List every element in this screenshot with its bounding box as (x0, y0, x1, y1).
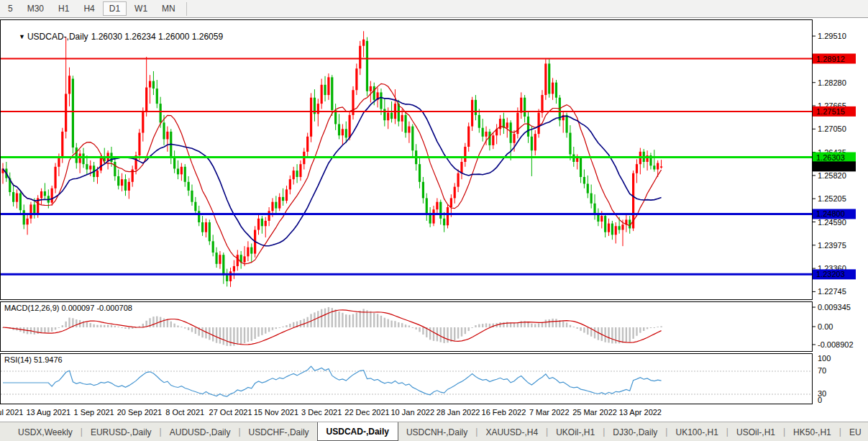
svg-text:1.23975: 1.23975 (818, 241, 846, 250)
rsi-canvas[interactable]: 10070300 (0, 353, 868, 404)
date-label: 16 Feb 2022 (482, 408, 526, 417)
svg-text:70: 70 (818, 366, 826, 375)
tab-usdx-weekly[interactable]: USDX,Weekly (10, 422, 81, 441)
svg-text:1.24800: 1.24800 (816, 209, 845, 218)
tab-xauusd-h4[interactable]: XAUUSD-,H4 (478, 422, 546, 441)
horizontal-levels[interactable] (1, 59, 812, 275)
svg-text:0.009345: 0.009345 (818, 303, 851, 312)
svg-text:1.28280: 1.28280 (818, 78, 846, 87)
tab-usoil-h1[interactable]: USOil-,H1 (728, 422, 783, 441)
tab-usdcnh-daily[interactable]: USDCNH-,Daily (398, 422, 475, 441)
svg-text:1.23203: 1.23203 (816, 270, 845, 278)
timeframe-button-h1[interactable]: H1 (52, 1, 76, 16)
tab-audusd-daily[interactable]: AUDUSD-,Daily (162, 422, 239, 441)
svg-text:-0.008902: -0.008902 (818, 340, 854, 349)
candles (1, 31, 662, 287)
rsi-line (3, 366, 662, 396)
macd-panel: 0.0093450.00-0.008902 MACD(12,26,9) 0.00… (0, 301, 868, 352)
timeframe-button-mn[interactable]: MN (155, 1, 182, 16)
tab-uk100-h1[interactable]: UK100-,H1 (667, 422, 726, 441)
date-label: 26 Jul 2021 (0, 408, 23, 417)
plot-border (1, 20, 813, 300)
svg-text:1.26059: 1.26059 (816, 162, 845, 171)
timeframe-button-m30[interactable]: M30 (21, 1, 50, 16)
svg-text:1.27050: 1.27050 (818, 124, 846, 133)
price-chart-panel: 1.295101.288951.282801.276651.270501.264… (0, 19, 868, 300)
svg-text:1.22745: 1.22745 (818, 287, 846, 296)
tab-eu[interactable]: EU (841, 422, 868, 441)
timeframe-button-w1[interactable]: W1 (128, 1, 154, 16)
svg-text:1.27515: 1.27515 (816, 107, 845, 116)
svg-text:1.29510: 1.29510 (818, 32, 846, 40)
date-axis[interactable]: 26 Jul 202113 Aug 20211 Sep 202120 Sep 2… (0, 404, 868, 422)
date-label: 3 Dec 2021 (301, 408, 342, 417)
price-chart-canvas[interactable]: 1.295101.288951.282801.276651.270501.264… (0, 19, 868, 300)
date-label: 20 Sep 2021 (117, 408, 162, 417)
price-axis: 1.295101.288951.282801.276651.270501.264… (813, 32, 856, 296)
macd-canvas[interactable]: 0.0093450.00-0.008902 (0, 301, 868, 352)
svg-text:0: 0 (818, 396, 822, 404)
timeframe-button-d1[interactable]: D1 (103, 1, 127, 16)
date-label: 13 Aug 2021 (26, 408, 70, 417)
timeframe-button-5[interactable]: 5 (1, 1, 19, 16)
date-label: 27 Oct 2021 (209, 408, 252, 417)
date-label: 25 Mar 2022 (572, 408, 617, 417)
tab-ukoil-h1[interactable]: UKOil-,H1 (548, 422, 603, 441)
svg-text:1.25820: 1.25820 (818, 171, 846, 180)
svg-text:100: 100 (818, 354, 831, 363)
date-label: 1 Sep 2021 (73, 408, 114, 417)
date-label: 7 Mar 2022 (529, 408, 570, 417)
timeframe-toolbar: 5M30H1H4D1W1MN (0, 0, 868, 18)
svg-text:1.26303: 1.26303 (816, 153, 845, 162)
date-label: 22 Dec 2021 (344, 408, 389, 417)
date-label: 10 Jan 2022 (391, 408, 435, 417)
tab-usdchf-daily[interactable]: USDCHF-,Daily (241, 422, 317, 441)
macd-histogram (2, 307, 662, 346)
svg-text:1.25205: 1.25205 (818, 194, 846, 203)
svg-text:0.00: 0.00 (818, 322, 833, 331)
rsi-panel: 10070300 RSI(14) 51.9476 (0, 353, 868, 404)
date-label: 8 Oct 2021 (165, 408, 204, 417)
svg-text:1.28912: 1.28912 (816, 55, 845, 63)
tab-usdcad-daily[interactable]: USDCAD-,Daily (317, 422, 398, 441)
tab-eurusd-daily[interactable]: EURUSD-,Daily (83, 422, 160, 441)
date-label: 13 Apr 2022 (619, 408, 662, 417)
tab-dj30-daily[interactable]: DJ30-,Daily (605, 422, 665, 441)
toolbar-separator (186, 2, 187, 16)
timeframe-button-h4[interactable]: H4 (77, 1, 101, 16)
date-label: 15 Nov 2021 (254, 408, 298, 417)
date-label: 28 Jan 2022 (437, 408, 480, 417)
tab-hk50-h1[interactable]: HK50-,H1 (785, 422, 839, 441)
chart-tabs: USDX,Weekly|EURUSD-,Daily|AUDUSD-,Daily|… (0, 422, 868, 441)
mt4-window: 5M30H1H4D1W1MN 1.295101.288951.282801.27… (0, 0, 868, 441)
